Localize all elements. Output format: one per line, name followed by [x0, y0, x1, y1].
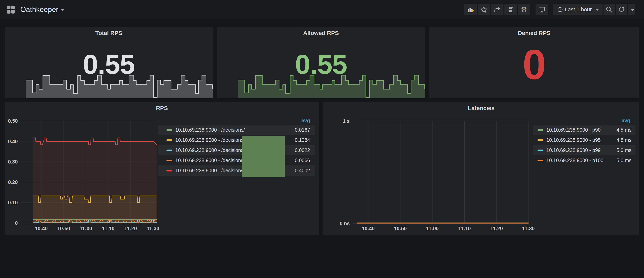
legend-avg-header[interactable]: avg	[158, 116, 315, 125]
clock-icon	[557, 7, 563, 12]
stat-value-denied-rps: 0	[429, 43, 640, 86]
time-range-label: Last 1 hour	[565, 6, 592, 13]
rps-legend: avg 10.10.69.238:9000 - /decisions/0.016…	[158, 116, 315, 176]
share-icon	[494, 6, 501, 13]
series-avg-value: 0.0066	[295, 158, 315, 163]
series-label[interactable]: 10.10.69.238:9000 - /decisions/	[175, 168, 245, 173]
series-color-dash	[538, 160, 543, 161]
series-label[interactable]: 10.10.69.238:9000 - /decisions/	[175, 147, 245, 153]
legend-row: 10.10.69.238:9000 - /decisions/0.0167	[158, 125, 315, 135]
series-color-dash	[166, 170, 172, 171]
save-icon	[507, 6, 514, 13]
series-color-dash	[166, 150, 172, 151]
refresh-icon	[618, 6, 625, 13]
series-avg-value: 4.8 ms	[616, 137, 636, 143]
panel-allowed-rps: Allowed RPS 0.55	[217, 27, 425, 98]
series-color-dash	[166, 139, 172, 141]
tv-icon	[538, 6, 545, 13]
svg-text:0.30: 0.30	[8, 159, 18, 165]
svg-text:10:40: 10:40	[35, 226, 48, 231]
legend-row: 10.10.69.238:9000 - /decisions/0.0066	[158, 155, 315, 166]
series-avg-value: 4.5 ms	[616, 127, 636, 133]
series-avg-value: 5.0 ms	[616, 147, 636, 153]
legend-row: 10.10.69.238:9000 - /decisions/0.0022	[158, 145, 315, 155]
svg-text:0.20: 0.20	[8, 179, 18, 185]
time-range-caret-icon	[596, 9, 598, 11]
panel-title[interactable]: Denied RPS	[429, 30, 640, 36]
series-label[interactable]: 10.10.69.238:9000 - /decisions/	[175, 127, 245, 133]
series-label[interactable]: 10.10.69.238:9000 - /decisions/	[175, 158, 245, 163]
svg-text:11:20: 11:20	[490, 226, 503, 231]
panel-denied-rps: Denied RPS 0	[429, 27, 640, 98]
cycle-view-mode-button[interactable]	[536, 4, 548, 15]
save-dashboard-button[interactable]	[504, 4, 517, 15]
top-navbar: Oathkeeper	[0, 0, 644, 19]
svg-text:0 ns: 0 ns	[340, 221, 350, 226]
svg-text:0.10: 0.10	[8, 200, 18, 205]
share-dashboard-button[interactable]	[491, 4, 504, 15]
series-label[interactable]: 10.10.69.238:9000 - p95	[546, 137, 600, 143]
svg-text:11:10: 11:10	[458, 226, 471, 231]
add-panel-icon	[467, 6, 474, 13]
dashboard-title[interactable]: Oathkeeper	[20, 5, 58, 14]
legend-avg-header[interactable]: avg	[533, 116, 636, 125]
zoom-out-time-button[interactable]	[604, 4, 615, 15]
svg-text:1 s: 1 s	[343, 118, 350, 124]
svg-text:0.50: 0.50	[8, 118, 18, 124]
refresh-control	[616, 4, 635, 15]
series-avg-value: 5.0 ms	[616, 158, 636, 163]
svg-text:11:30: 11:30	[522, 226, 535, 231]
stat-value-allowed-rps: 0.55	[217, 51, 425, 78]
series-label[interactable]: 10.10.69.238:9000 - p99	[546, 147, 600, 153]
star-icon	[480, 6, 487, 13]
refresh-caret-icon	[631, 9, 634, 11]
series-avg-value: 0.0022	[295, 147, 315, 153]
legend-row: 10.10.69.238:9000 - /decisions/0.4002	[158, 166, 315, 176]
svg-text:0: 0	[15, 220, 18, 226]
panel-title[interactable]: Allowed RPS	[217, 30, 425, 36]
svg-text:10:50: 10:50	[57, 226, 70, 231]
series-avg-value: 0.1284	[295, 137, 315, 143]
svg-text:11:00: 11:00	[80, 226, 92, 231]
panel-total-rps: Total RPS 0.55	[4, 27, 213, 98]
series-avg-value: 0.4002	[295, 168, 315, 173]
series-label[interactable]: 10.10.69.238:9000 - /decisions/	[175, 137, 245, 143]
dashboard-grid-icon[interactable]	[5, 4, 16, 15]
series-color-dash	[166, 129, 172, 131]
svg-text:10:50: 10:50	[394, 226, 407, 231]
star-dashboard-button[interactable]	[478, 4, 490, 15]
legend-row: 10.10.69.238:9000 - p904.5 ms	[533, 125, 636, 135]
series-color-dash	[538, 150, 543, 151]
series-color-dash	[538, 129, 543, 131]
time-range-picker[interactable]: Last 1 hour	[553, 4, 602, 15]
svg-text:11:20: 11:20	[124, 226, 137, 231]
refresh-button[interactable]	[616, 4, 627, 15]
svg-text:10:40: 10:40	[362, 226, 375, 231]
legend-row: 10.10.69.238:9000 - p995.0 ms	[533, 145, 636, 155]
green-overlay-artifact	[242, 136, 285, 177]
panel-latencies: Latencies 0 ns1 s10:4010:5011:0011:1011:…	[323, 102, 640, 235]
series-color-dash	[166, 160, 172, 161]
legend-row: 10.10.69.238:9000 - /decisions/0.1284	[158, 135, 315, 145]
stat-value-total-rps: 0.55	[4, 51, 213, 78]
legend-row: 10.10.69.238:9000 - p1005.0 ms	[533, 155, 636, 166]
zoom-out-icon	[606, 6, 612, 13]
add-panel-button[interactable]	[464, 4, 477, 15]
series-color-dash	[538, 139, 543, 141]
gear-icon: ⚙	[521, 6, 527, 13]
svg-text:11:10: 11:10	[102, 226, 115, 231]
series-label[interactable]: 10.10.69.238:9000 - p90	[546, 127, 600, 133]
series-label[interactable]: 10.10.69.238:9000 - p100	[546, 158, 603, 163]
legend-row: 10.10.69.238:9000 - p954.8 ms	[533, 135, 636, 145]
svg-text:11:00: 11:00	[426, 226, 439, 231]
svg-text:11:30: 11:30	[147, 226, 159, 231]
latencies-legend: avg 10.10.69.238:9000 - p904.5 ms10.10.6…	[533, 116, 636, 166]
grid-icon	[6, 5, 15, 14]
series-avg-value: 0.0167	[295, 127, 315, 133]
panel-rps: RPS 00.100.200.300.400.5010:4010:5011:00…	[4, 102, 319, 235]
svg-text:0.40: 0.40	[8, 139, 18, 144]
panel-title[interactable]: Total RPS	[4, 30, 213, 36]
refresh-interval-dropdown[interactable]	[628, 4, 635, 15]
title-caret-icon	[61, 9, 64, 11]
settings-button[interactable]: ⚙	[518, 4, 530, 15]
